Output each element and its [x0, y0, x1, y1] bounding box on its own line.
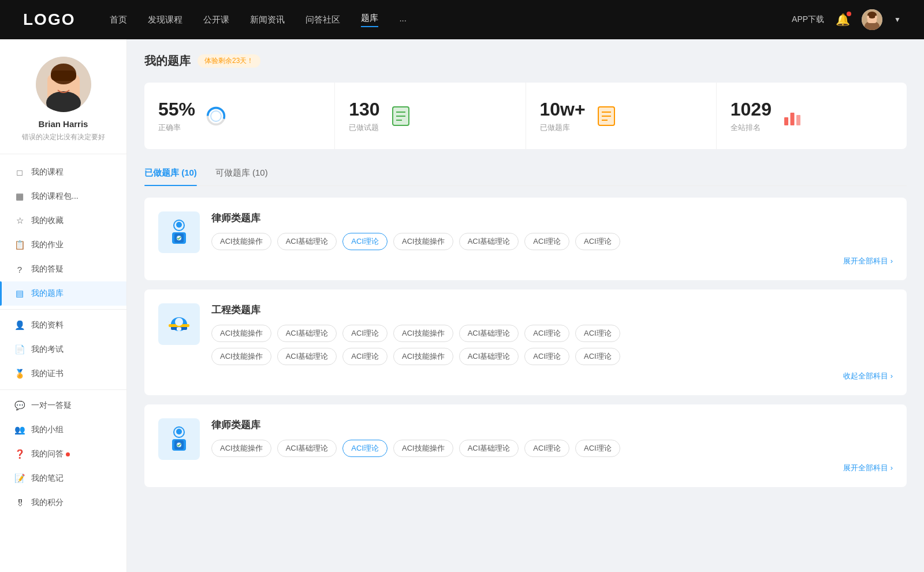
tag-lawyer-2-6[interactable]: ACI理论 [575, 440, 620, 457]
sidebar-item-my-profile[interactable]: 👤 我的资料 [0, 313, 126, 337]
tags-row-lawyer-2: ACI技能操作 ACI基础理论 ACI理论 ACI技能操作 ACI基础理论 AC… [211, 440, 893, 457]
cert-icon: 🏅 [14, 368, 25, 380]
svg-point-5 [875, 16, 877, 19]
svg-point-6 [867, 16, 869, 19]
tag-eng-1-r2-6[interactable]: ACI理论 [575, 348, 620, 365]
tag-lawyer-1-1[interactable]: ACI基础理论 [277, 233, 337, 250]
sidebar-label-my-courses: 我的课程 [31, 167, 64, 177]
tab-available[interactable]: 可做题库 (10) [215, 163, 268, 185]
qbank-icon-lawyer-1 [158, 211, 200, 253]
qbank-title-engineer-1: 工程类题库 [211, 303, 893, 317]
sidebar-item-my-notes[interactable]: 📝 我的笔记 [0, 466, 126, 491]
tab-done[interactable]: 已做题库 (10) [144, 163, 197, 185]
tag-eng-1-r2-1[interactable]: ACI基础理论 [277, 348, 337, 365]
tag-lawyer-1-0[interactable]: ACI技能操作 [211, 233, 271, 250]
tag-lawyer-2-1[interactable]: ACI基础理论 [277, 440, 337, 457]
profile-section: Brian Harris 错误的决定比没有决定要好 [0, 39, 126, 154]
sidebar-item-my-packages[interactable]: ▦ 我的课程包... [0, 184, 126, 209]
stat-ranking-label: 全站排名 [731, 122, 772, 133]
user-dropdown-arrow[interactable]: ▼ [894, 16, 901, 24]
page-title: 我的题库 [144, 53, 191, 69]
stat-done-questions-label: 已做试题 [349, 122, 379, 133]
sidebar-item-my-certs[interactable]: 🏅 我的证书 [0, 362, 126, 386]
sidebar-item-my-groups[interactable]: 👥 我的小组 [0, 418, 126, 442]
sidebar-item-my-favorites[interactable]: ☆ 我的收藏 [0, 209, 126, 233]
sidebar-item-my-points[interactable]: 🎖 我的积分 [0, 491, 126, 515]
nav-open-course[interactable]: 公开课 [203, 14, 229, 25]
tag-lawyer-1-6[interactable]: ACI理论 [575, 233, 620, 250]
stat-done-banks-text: 10w+ 已做题库 [540, 99, 586, 133]
tag-lawyer-2-0[interactable]: ACI技能操作 [211, 440, 271, 457]
tags-row-lawyer-1: ACI技能操作 ACI基础理论 ACI理论 ACI技能操作 ACI基础理论 AC… [211, 233, 893, 250]
qbank-card-engineer-1: 工程类题库 ACI技能操作 ACI基础理论 ACI理论 ACI技能操作 ACI基… [144, 289, 907, 395]
tag-eng-1-r1-1[interactable]: ACI基础理论 [277, 325, 337, 342]
qbank-content-engineer-1: 工程类题库 ACI技能操作 ACI基础理论 ACI理论 ACI技能操作 ACI基… [211, 303, 893, 381]
grid-icon: ▤ [14, 288, 25, 299]
tag-lawyer-1-4[interactable]: ACI基础理论 [459, 233, 519, 250]
sidebar-label-my-points: 我的积分 [31, 497, 64, 508]
user-avatar[interactable] [862, 9, 882, 30]
sidebar-item-my-questions[interactable]: ? 我的答疑 [0, 257, 126, 281]
bell-icon[interactable]: 🔔 [836, 13, 850, 27]
tag-eng-1-r1-4[interactable]: ACI基础理论 [459, 325, 519, 342]
stat-accuracy: 55% 正确率 [144, 83, 335, 149]
tag-lawyer-2-4[interactable]: ACI基础理论 [459, 440, 519, 457]
tag-eng-1-r2-4[interactable]: ACI基础理论 [459, 348, 519, 365]
sidebar-item-my-answers[interactable]: ❓ 我的问答 [0, 442, 126, 466]
nav-qbank[interactable]: 题库 [361, 13, 378, 27]
logo[interactable]: LOGO [23, 10, 75, 29]
tag-eng-1-r2-0[interactable]: ACI技能操作 [211, 348, 271, 365]
app-download[interactable]: APP下载 [792, 14, 824, 25]
sidebar: Brian Harris 错误的决定比没有决定要好 □ 我的课程 ▦ 我的课程包… [0, 39, 127, 572]
tag-eng-1-r1-0[interactable]: ACI技能操作 [211, 325, 271, 342]
sidebar-label-my-answers: 我的问答 [31, 449, 64, 459]
tag-lawyer-2-5[interactable]: ACI理论 [524, 440, 569, 457]
nav-more[interactable]: ··· [399, 15, 407, 25]
stat-ranking-icon [781, 105, 804, 128]
sidebar-item-my-exams[interactable]: 📄 我的考试 [0, 337, 126, 362]
sidebar-item-my-qbank[interactable]: ▤ 我的题库 [0, 281, 126, 306]
nav-news[interactable]: 新闻资讯 [250, 14, 285, 25]
sidebar-label-my-profile: 我的资料 [31, 320, 64, 330]
tag-lawyer-1-2[interactable]: ACI理论 [342, 233, 388, 250]
sidebar-item-one-on-one[interactable]: 💬 一对一答疑 [0, 393, 126, 418]
qbank-content-lawyer-1: 律师类题库 ACI技能操作 ACI基础理论 ACI理论 ACI技能操作 ACI基… [211, 211, 893, 266]
expand-link-lawyer-1[interactable]: 展开全部科目 › [211, 256, 893, 266]
tag-lawyer-2-3[interactable]: ACI技能操作 [393, 440, 453, 457]
sidebar-item-my-courses[interactable]: □ 我的课程 [0, 160, 126, 184]
expand-link-lawyer-2[interactable]: 展开全部科目 › [211, 463, 893, 473]
tag-eng-1-r1-6[interactable]: ACI理论 [575, 325, 620, 342]
question-circle-icon: ? [14, 263, 25, 275]
stat-ranking-text: 1029 全站排名 [731, 99, 772, 133]
sidebar-label-my-certs: 我的证书 [31, 369, 64, 379]
nav-home[interactable]: 首页 [110, 14, 127, 25]
stat-done-questions-text: 130 已做试题 [349, 99, 379, 133]
tag-eng-1-r1-3[interactable]: ACI技能操作 [393, 325, 453, 342]
sidebar-label-my-exams: 我的考试 [31, 344, 64, 355]
tag-eng-1-r2-5[interactable]: ACI理论 [524, 348, 569, 365]
profile-motto: 错误的决定比没有决定要好 [22, 132, 105, 142]
tag-lawyer-1-3[interactable]: ACI技能操作 [393, 233, 453, 250]
tag-eng-1-r2-3[interactable]: ACI技能操作 [393, 348, 453, 365]
tag-eng-1-r1-5[interactable]: ACI理论 [524, 325, 569, 342]
tabs: 已做题库 (10) 可做题库 (10) [144, 163, 907, 186]
qbank-card-lawyer-1: 律师类题库 ACI技能操作 ACI基础理论 ACI理论 ACI技能操作 ACI基… [144, 198, 907, 280]
qbank-title-lawyer-2: 律师类题库 [211, 418, 893, 432]
tag-lawyer-2-2[interactable]: ACI理论 [342, 440, 388, 457]
stat-accuracy-value: 55% [158, 99, 195, 120]
sidebar-label-my-packages: 我的课程包... [31, 191, 79, 202]
collapse-link-engineer-1[interactable]: 收起全部科目 › [211, 371, 893, 381]
tag-eng-1-r2-2[interactable]: ACI理论 [342, 348, 388, 365]
tag-lawyer-1-5[interactable]: ACI理论 [524, 233, 569, 250]
nav-qa[interactable]: 问答社区 [305, 14, 340, 25]
notes-icon: 📝 [14, 473, 25, 484]
page-header: 我的题库 体验剩余23天！ [144, 53, 907, 69]
points-icon: 🎖 [14, 497, 25, 508]
answer-dot [66, 452, 70, 456]
main-layout: Brian Harris 错误的决定比没有决定要好 □ 我的课程 ▦ 我的课程包… [0, 39, 924, 572]
stat-done-banks: 10w+ 已做题库 [526, 83, 717, 149]
tag-eng-1-r1-2[interactable]: ACI理论 [342, 325, 388, 342]
notification-dot [847, 12, 851, 16]
sidebar-item-my-homework[interactable]: 📋 我的作业 [0, 233, 126, 257]
nav-discover[interactable]: 发现课程 [148, 14, 182, 25]
